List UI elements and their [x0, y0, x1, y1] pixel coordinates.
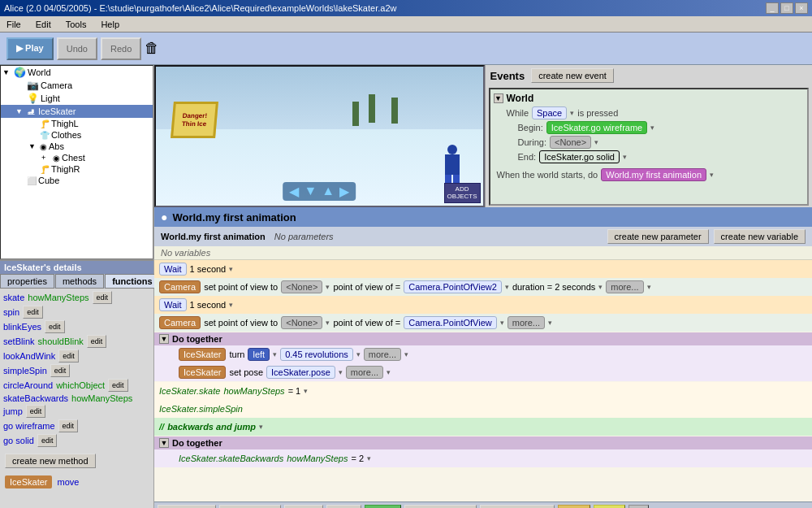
create-event-button[interactable]: create new event: [531, 68, 614, 83]
iceskater-turn-chip[interactable]: IceSkater: [179, 348, 226, 361]
create-param-button[interactable]: create new parameter: [607, 229, 709, 244]
tree-label-cube: Cube: [38, 176, 59, 185]
tree-item-world[interactable]: ▼ 🌍 World: [1, 66, 153, 79]
edit-simplespin-button[interactable]: edit: [50, 364, 71, 377]
tree-item-clothes[interactable]: 👕 Clothes: [1, 129, 153, 141]
edit-spin-button[interactable]: edit: [23, 306, 43, 319]
edit-blinkeyes-button[interactable]: edit: [45, 320, 65, 333]
play-button[interactable]: ▶ Play: [6, 37, 54, 60]
undo-button[interactable]: Undo: [57, 37, 97, 60]
tab-methods[interactable]: methods: [55, 274, 104, 289]
do-in-order-button[interactable]: Do in order: [158, 505, 216, 509]
camera-icon: 📷: [27, 80, 39, 91]
skatebackwards-chip[interactable]: IceSkater.skateBackwards: [179, 454, 283, 463]
tree-item-iceskater[interactable]: ▼ ⛸ IceSkater: [1, 105, 153, 118]
loop-button[interactable]: Loop: [326, 505, 361, 509]
iceskater-chip[interactable]: IceSkater: [5, 475, 52, 488]
tree-item-thighl[interactable]: 🦵 ThighL: [1, 118, 153, 129]
iceskater-pose-chip[interactable]: IceSkater: [179, 366, 226, 379]
camera2-more-chip[interactable]: more...: [508, 316, 545, 329]
create-method-button[interactable]: create new method: [5, 454, 96, 468]
begin-chip[interactable]: IceSkater.go wireframe: [546, 121, 648, 134]
code-editor-title-bar: ● World.my first animation: [154, 207, 812, 227]
nav-down[interactable]: ▼: [304, 184, 317, 199]
camera1-chip[interactable]: Camera: [159, 280, 201, 293]
scene-view-area: Danger!Thin Ice ◀ ▼ ▲ ▶: [154, 65, 812, 207]
comment-button[interactable]: //: [628, 505, 648, 509]
end-dropdown-icon[interactable]: ▾: [623, 153, 627, 161]
tree-item-chest[interactable]: + ◉ Chest: [1, 152, 153, 163]
wait2-chip[interactable]: Wait: [159, 298, 187, 311]
collapse-together1-button[interactable]: ▼: [159, 334, 169, 344]
camera2-none-chip[interactable]: <None>: [281, 316, 322, 329]
camera2-chip[interactable]: Camera: [159, 316, 201, 329]
while-button[interactable]: While: [365, 505, 402, 509]
minimize-button[interactable]: _: [766, 2, 779, 14]
edit-skate-button[interactable]: edit: [93, 291, 113, 304]
for-all-together-button[interactable]: For all together: [480, 505, 555, 509]
edit-gowireframe-button[interactable]: edit: [58, 419, 79, 432]
print-button[interactable]: print: [594, 505, 625, 509]
begin-dropdown-icon[interactable]: ▾: [650, 124, 654, 132]
comment-content[interactable]: backwards and jump: [167, 422, 256, 432]
expand-iceskater-icon[interactable]: ▼: [15, 107, 25, 115]
menu-file[interactable]: File: [3, 19, 24, 30]
tree-item-light[interactable]: 💡 Light: [1, 92, 153, 105]
wait-button[interactable]: Wait: [558, 505, 590, 509]
wait1-chip[interactable]: Wait: [159, 263, 187, 276]
space-chip[interactable]: Space: [532, 106, 567, 119]
wait2-dropdown[interactable]: ▾: [229, 301, 233, 309]
maximize-button[interactable]: □: [780, 2, 793, 14]
left-chip[interactable]: left: [248, 348, 270, 361]
trash-button[interactable]: 🗑: [145, 40, 159, 57]
tree-item-camera[interactable]: 📷 Camera: [1, 79, 153, 92]
do-together-button[interactable]: Do together: [219, 505, 280, 509]
ifelse-button[interactable]: If/Else: [284, 505, 324, 509]
edit-lookandwink-button[interactable]: edit: [58, 350, 79, 363]
turn-more-chip[interactable]: more...: [364, 348, 401, 361]
tab-properties[interactable]: properties: [0, 274, 54, 289]
camera2-pov-chip[interactable]: Camera.PointOfView: [404, 316, 497, 329]
code-line-camera2: Camera set point of view to <None> ▾ poi…: [154, 314, 812, 332]
revolutions-chip[interactable]: 0.45 revolutions: [280, 348, 353, 361]
nav-left[interactable]: ◀: [289, 184, 299, 199]
add-objects-button[interactable]: ADDOBJECTS: [444, 183, 481, 203]
end-chip[interactable]: IceSkater.go solid: [539, 150, 620, 163]
expand-chest-icon[interactable]: +: [41, 154, 51, 162]
simplespin-chip[interactable]: IceSkater.simpleSpin: [159, 404, 243, 414]
edit-gosolid-button[interactable]: edit: [37, 434, 58, 447]
camera1-more-chip[interactable]: more...: [606, 280, 643, 293]
edit-setblink-button[interactable]: edit: [87, 335, 107, 348]
pose-more-chip[interactable]: more...: [346, 366, 383, 379]
expand-world-icon[interactable]: ▼: [2, 68, 12, 76]
space-dropdown-icon[interactable]: ▾: [570, 109, 574, 117]
edit-circlearound-button[interactable]: edit: [108, 379, 128, 392]
wait1-dropdown[interactable]: ▾: [229, 265, 233, 273]
edit-jump-button[interactable]: edit: [26, 405, 46, 418]
pose-chip[interactable]: IceSkater.pose: [266, 366, 335, 379]
expand-abs-icon[interactable]: ▼: [28, 142, 38, 150]
tree-item-thighr[interactable]: 🦵 ThighR: [1, 163, 153, 175]
camera1-none-chip[interactable]: <None>: [281, 280, 322, 293]
for-all-in-order-button[interactable]: For all in order: [404, 505, 477, 509]
redo-button[interactable]: Redo: [101, 37, 141, 60]
world-starts-chip[interactable]: World.my first animation: [601, 168, 706, 181]
world-starts-dropdown-icon[interactable]: ▾: [710, 171, 714, 179]
collapse-world-button[interactable]: ▼: [494, 93, 503, 103]
nav-up[interactable]: ▲: [322, 184, 335, 199]
during-dropdown-icon[interactable]: ▾: [594, 138, 598, 146]
nav-right[interactable]: ▶: [339, 184, 349, 199]
tree-item-cube[interactable]: ⬜ Cube: [1, 175, 153, 186]
skate-chip[interactable]: IceSkater.skate: [159, 386, 220, 396]
menu-tools[interactable]: Tools: [63, 19, 90, 30]
tab-functions[interactable]: functions: [105, 274, 160, 289]
collapse-together2-button[interactable]: ▼: [159, 438, 169, 448]
menu-edit[interactable]: Edit: [32, 19, 54, 30]
camera1-pov-chip[interactable]: Camera.PointOfView2: [404, 280, 502, 293]
during-chip[interactable]: <None>: [550, 136, 591, 149]
create-var-button[interactable]: create new variable: [714, 229, 806, 244]
menu-help[interactable]: Help: [97, 19, 123, 30]
close-button[interactable]: ×: [795, 2, 808, 14]
code-params-left: World.my first animation No parameters: [161, 232, 334, 241]
tree-item-abs[interactable]: ▼ ◉ Abs: [1, 141, 153, 152]
